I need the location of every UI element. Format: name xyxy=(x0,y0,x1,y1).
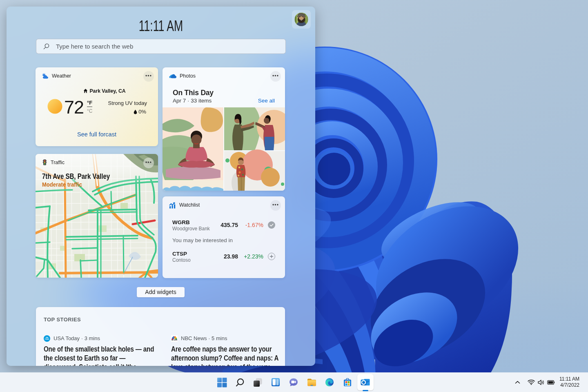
svg-text:TODAY: TODAY xyxy=(45,339,50,340)
svg-text:NBC NEWS: NBC NEWS xyxy=(172,339,177,341)
